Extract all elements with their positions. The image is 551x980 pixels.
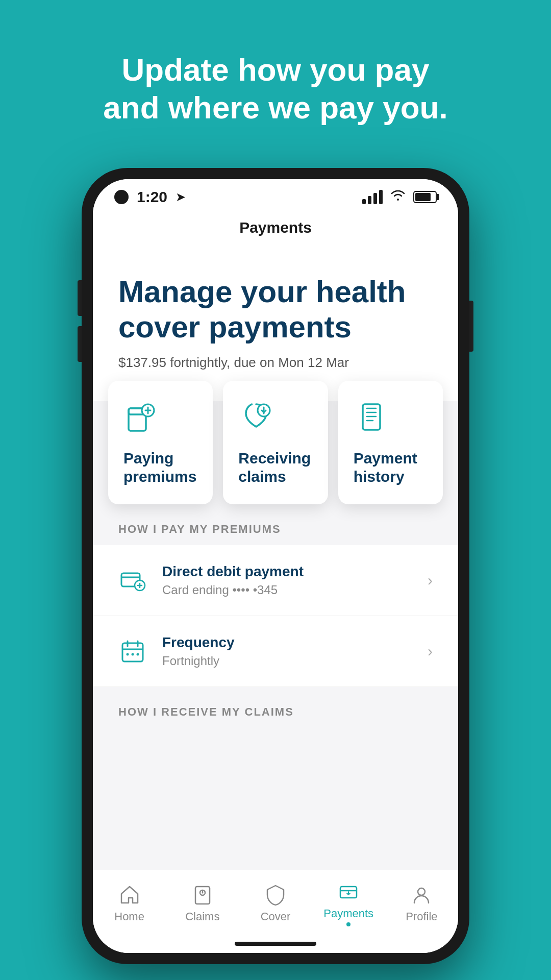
heading-line1: Manage your health: [118, 275, 406, 309]
card-label-line2: premiums: [123, 468, 196, 485]
hero-section: Manage your health cover payments $137.9…: [93, 249, 458, 401]
phone-wrapper: 1:20 ➤: [82, 168, 469, 964]
direct-debit-text: Direct debit payment Card ending •••• •3…: [162, 564, 412, 597]
nav-home[interactable]: Home: [99, 884, 160, 923]
direct-debit-sub: Card ending •••• •345: [162, 583, 412, 597]
bar2: [368, 196, 371, 204]
paying-premiums-icon: [123, 399, 159, 435]
bar3: [373, 193, 377, 204]
payment-history-card[interactable]: Payment history: [338, 381, 443, 504]
hero-title-line2: and where we pay you.: [103, 90, 447, 125]
nav-profile[interactable]: Profile: [391, 884, 452, 923]
direct-debit-title: Direct debit payment: [162, 564, 412, 580]
premiums-list-section: HOW I PAY MY PREMIUMS Direct debit payme…: [93, 504, 458, 870]
home-icon: [118, 884, 141, 906]
premiums-section-header: HOW I PAY MY PREMIUMS: [93, 504, 458, 545]
svg-point-13: [202, 892, 203, 893]
receiving-claims-icon: [238, 399, 274, 435]
manage-title: Manage your health cover payments: [118, 274, 433, 345]
frequency-item[interactable]: Frequency Fortnightly ›: [93, 616, 458, 687]
home-indicator-bar: [235, 942, 316, 946]
frequency-text: Frequency Fortnightly: [162, 634, 412, 668]
svg-point-8: [127, 653, 129, 655]
claims-section-header: HOW I RECEIVE MY CLAIMS: [93, 687, 458, 728]
nav-cover-label: Cover: [261, 910, 291, 923]
bottom-nav: Home Claims: [93, 870, 458, 932]
svg-point-15: [418, 888, 425, 895]
direct-debit-item[interactable]: Direct debit payment Card ending •••• •3…: [93, 545, 458, 616]
status-left: 1:20 ➤: [114, 188, 186, 206]
wifi-icon: [390, 188, 406, 205]
card-label-line1: Receiving: [238, 450, 311, 467]
card-label-line1: Paying: [123, 450, 173, 467]
card-label-line1: Payment: [354, 450, 417, 467]
camera-dot: [114, 190, 129, 204]
paying-premiums-card[interactable]: Paying premiums: [108, 381, 213, 504]
receiving-claims-card[interactable]: Receiving claims: [223, 381, 328, 504]
status-bar: 1:20 ➤: [93, 179, 458, 211]
cards-row: Paying premiums: [93, 381, 458, 504]
direct-debit-chevron: ›: [428, 572, 433, 589]
page-title: Payments: [239, 219, 312, 236]
bar4: [379, 190, 383, 204]
direct-debit-icon: [118, 566, 147, 595]
profile-icon: [410, 884, 433, 906]
battery-icon: [413, 191, 437, 203]
nav-payments-dot: [346, 922, 350, 926]
volume-button-2: [78, 326, 82, 362]
cover-icon: [264, 884, 287, 906]
claims-icon: [191, 884, 214, 906]
svg-point-9: [132, 653, 134, 655]
signal-bars: [362, 190, 383, 204]
home-indicator: [93, 932, 458, 953]
nav-payments-label: Payments: [323, 907, 373, 920]
payment-history-icon: [354, 399, 389, 435]
status-right: [362, 188, 437, 205]
hero-title-line1: Update how you pay: [122, 52, 430, 87]
main-content: Manage your health cover payments $137.9…: [93, 249, 458, 870]
frequency-title: Frequency: [162, 634, 412, 651]
heading-line2: cover payments: [118, 310, 352, 344]
svg-point-10: [137, 653, 139, 655]
nav-claims[interactable]: Claims: [172, 884, 233, 923]
card-label-line2: claims: [238, 468, 286, 485]
nav-home-label: Home: [114, 910, 144, 923]
payments-icon: [337, 880, 360, 903]
nav-cover[interactable]: Cover: [245, 884, 306, 923]
bar1: [362, 199, 366, 204]
payment-history-label: Payment history: [354, 449, 428, 486]
frequency-chevron: ›: [428, 643, 433, 660]
hero-heading: Update how you pay and where we pay you.: [62, 51, 488, 127]
paying-premiums-label: Paying premiums: [123, 449, 197, 486]
status-time: 1:20: [137, 188, 167, 206]
svg-rect-7: [122, 643, 143, 662]
receiving-claims-label: Receiving claims: [238, 449, 312, 486]
volume-button: [78, 280, 82, 316]
location-icon: ➤: [176, 190, 186, 204]
frequency-sub: Fortnightly: [162, 654, 412, 668]
nav-claims-label: Claims: [185, 910, 219, 923]
payment-info: $137.95 fortnightly, due on Mon 12 Mar: [118, 355, 433, 371]
page-title-bar: Payments: [93, 211, 458, 249]
card-label-line2: history: [354, 468, 405, 485]
phone-screen: 1:20 ➤: [93, 179, 458, 953]
frequency-icon: [118, 637, 147, 666]
nav-payments[interactable]: Payments: [318, 880, 379, 926]
nav-profile-label: Profile: [406, 910, 437, 923]
power-button: [469, 301, 473, 352]
